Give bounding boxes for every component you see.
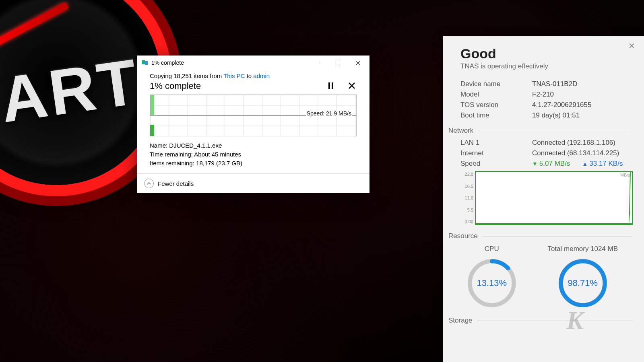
tnas-speed-row: Speed ▼5.07 MB/s ▲33.17 KB/s xyxy=(460,160,633,168)
desktop-background: ART 1% complete Copying 18,251 items fro… xyxy=(0,0,644,362)
copy-dialog-icon xyxy=(142,60,148,66)
cpu-gauge-value: 13.13% xyxy=(466,257,518,309)
copy-summary-line: Copying 18,251 items from This PC to adm… xyxy=(150,72,357,79)
start-button-accent xyxy=(0,2,69,53)
copy-speed-label: Speed: 21.9 MB/s xyxy=(306,110,352,117)
copy-summary-mid: to xyxy=(245,72,254,79)
copy-time-remaining: Time remaining: About 45 minutes xyxy=(150,150,357,159)
svg-rect-4 xyxy=(328,82,330,89)
tnas-status-panel: ✕ Good TNAS is operating effectively Dev… xyxy=(443,36,644,362)
upload-speed: ▲33.17 KB/s xyxy=(582,160,623,168)
tnas-boot-time-row: Boot time19 day(s) 01:51 xyxy=(460,111,633,119)
network-chart-plot: MB/s xyxy=(475,171,633,225)
copy-dialog-title: 1% complete xyxy=(151,60,308,66)
network-chart-y-labels: 22.0 16.5 11.0 5.5 0.00 xyxy=(460,171,475,225)
cpu-gauge: CPU 13.13% xyxy=(466,245,518,309)
download-arrow-icon: ▼ xyxy=(532,160,538,167)
panel-close-button[interactable]: ✕ xyxy=(625,39,638,52)
memory-gauge: Total memory 1024 MB 98.71% xyxy=(547,245,618,309)
copy-source-link[interactable]: This PC xyxy=(223,72,245,79)
tnas-internet-row: InternetConnected (68.134.114.225) xyxy=(460,149,633,157)
pause-button[interactable] xyxy=(326,82,336,91)
tnas-lan-row: LAN 1Connected (192.168.1.106) xyxy=(460,139,633,147)
minimize-button[interactable] xyxy=(308,56,328,70)
copy-speed-chart: Speed: 21.9 MB/s xyxy=(150,95,357,136)
download-speed: ▼5.07 MB/s xyxy=(532,160,570,168)
svg-rect-5 xyxy=(332,82,333,89)
copy-percent-heading: 1% complete xyxy=(150,81,201,91)
memory-gauge-title: Total memory 1024 MB xyxy=(547,245,618,253)
section-resource-title: Resource xyxy=(448,232,633,240)
network-chart-spike xyxy=(629,172,631,224)
maximize-button[interactable] xyxy=(328,56,348,70)
section-storage-title: Storage xyxy=(448,317,633,325)
network-chart-baseline xyxy=(476,223,632,224)
copy-dialog-window: 1% complete Copying 18,251 items from Th… xyxy=(137,56,369,193)
svg-rect-1 xyxy=(336,61,340,65)
tnas-device-name-row: Device nameTNAS-011B2D xyxy=(460,80,633,88)
tnas-tos-version-row: TOS version4.1.27-2006291655 xyxy=(460,101,633,109)
tnas-model-row: ModelF2-210 xyxy=(460,90,633,99)
fewer-details-label: Fewer details xyxy=(158,180,194,187)
copy-summary-prefix: Copying 18,251 items from xyxy=(150,72,223,79)
copy-chart-upper-fill xyxy=(150,95,154,115)
close-button[interactable] xyxy=(348,56,368,70)
network-throughput-chart: 22.0 16.5 11.0 5.5 0.00 MB/s xyxy=(460,171,633,225)
copy-destination-link[interactable]: admin xyxy=(253,72,270,79)
copy-current-name: Name: DJUCED_4.1.1.exe xyxy=(150,141,357,150)
fewer-details-toggle[interactable]: Fewer details xyxy=(137,173,369,193)
copy-chart-lower-fill xyxy=(150,125,154,136)
section-network-title: Network xyxy=(448,127,633,135)
copy-dialog-titlebar[interactable]: 1% complete xyxy=(137,56,369,70)
tnas-status-title: Good xyxy=(460,46,633,62)
start-button-label: ART xyxy=(0,44,144,137)
memory-gauge-value: 98.71% xyxy=(557,257,609,309)
cpu-gauge-title: CPU xyxy=(485,245,499,253)
cancel-button[interactable] xyxy=(347,82,357,91)
upload-arrow-icon: ▲ xyxy=(582,160,588,167)
chevron-up-icon xyxy=(144,179,154,188)
tnas-status-subtitle: TNAS is operating effectively xyxy=(460,62,633,70)
copy-items-remaining: Items remaining: 18,179 (23.7 GB) xyxy=(150,159,357,168)
